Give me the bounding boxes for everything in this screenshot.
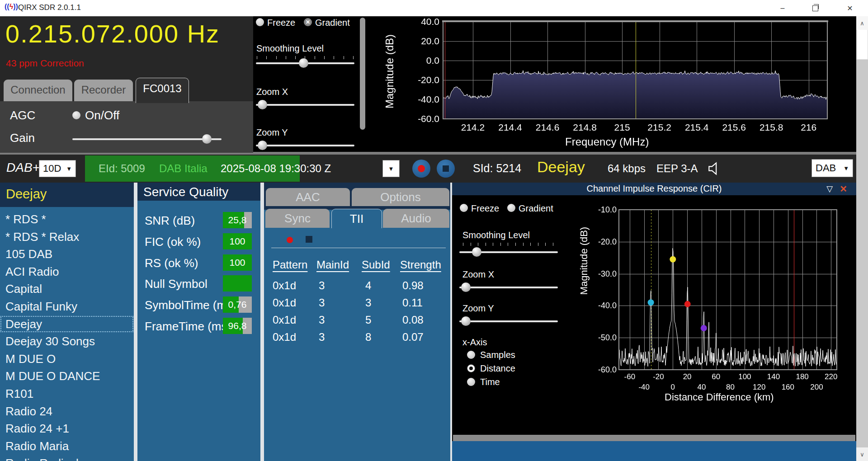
cir-zoomx-thumb[interactable] [461, 282, 471, 292]
tab-aac[interactable]: AAC [266, 188, 350, 206]
cir-xtick: 220 [817, 372, 844, 381]
chevron-down-icon: ∨ [860, 451, 864, 458]
spectrum-zoomx-thumb[interactable] [258, 100, 267, 109]
cir-xtick: 180 [789, 372, 816, 381]
tuner-tab-content: AGC On/Off Gain [0, 101, 253, 153]
list-item-service[interactable]: Radio Radicale [0, 455, 134, 461]
window-scrollbar[interactable]: ∧ ∨ [856, 16, 868, 461]
tab-audio[interactable]: Audio [383, 209, 449, 228]
agc-label: AGC [10, 108, 35, 122]
spectrum-smoothing-slider[interactable] [256, 62, 354, 64]
chevron-up-icon: ∧ [860, 20, 864, 27]
spectrum-zoomy-thumb[interactable] [258, 141, 267, 150]
cir-zoomy-thumb[interactable] [461, 316, 471, 326]
cir-xaxis-radio-samples[interactable] [467, 351, 475, 359]
list-item-service[interactable]: * RDS * Relax [0, 228, 134, 245]
quality-metric-bar: 0,76 [223, 296, 252, 313]
spectrum-zoomy-slider[interactable] [256, 145, 354, 146]
spectrum-gradient-checkbox[interactable] [304, 18, 312, 26]
tab-connection[interactable]: Connection [4, 80, 72, 103]
list-item-service[interactable]: Radio Maria [0, 437, 134, 455]
record-button[interactable] [412, 160, 430, 178]
chevron-down-icon: ▼ [66, 165, 72, 172]
spectrum-smoothing-thumb[interactable] [299, 58, 308, 68]
app-icon: ((ϟ)) [5, 3, 18, 11]
cir-xaxis-radio-time[interactable] [467, 378, 475, 386]
gain-slider[interactable] [72, 138, 222, 140]
service-protection: EEP 3-A [656, 162, 698, 175]
list-item-service[interactable]: M DUE O [0, 350, 134, 367]
list-item-service[interactable]: * RDS * [0, 211, 134, 228]
cir-xtick: -20 [645, 372, 672, 381]
tab-sync[interactable]: Sync [265, 209, 330, 228]
control-panel-scrollbar[interactable] [360, 18, 365, 130]
maximize-button[interactable] [801, 0, 829, 16]
tii-cell: 4 [365, 279, 371, 292]
list-item-service[interactable]: Capital [0, 280, 134, 297]
list-item-service[interactable]: 105 DAB [0, 245, 134, 263]
frequency-display[interactable]: 0.215.072.000 Hz [5, 19, 220, 48]
tii-cell: 3 [319, 296, 325, 309]
gain-slider-thumb[interactable] [202, 134, 212, 144]
list-item-service[interactable]: Deejay [0, 315, 134, 333]
channel-dropdown[interactable]: 10D ▼ [39, 160, 76, 177]
cir-smoothing-slider[interactable] [459, 251, 558, 253]
cir-smoothing-thumb[interactable] [472, 247, 481, 257]
tab-recorder[interactable]: Recorder [74, 80, 133, 103]
window-title: QIRX SDR 2.0.1.1 [18, 3, 81, 12]
list-item-service[interactable]: Radio 24 +1 [0, 420, 134, 437]
panel-divider[interactable] [134, 183, 137, 461]
cir-panel: Channel Impulse Response (CIR) ▽ ✕ Freez… [452, 183, 856, 461]
service-list-header: Deejay [0, 183, 134, 207]
service-bitrate: 64 kbps [608, 162, 646, 175]
tab-fc0013[interactable]: FC0013 [136, 78, 189, 103]
cir-zoomx-slider[interactable] [459, 287, 558, 288]
tii-column-header: SubId [362, 259, 390, 271]
tii-cell: 0.11 [402, 296, 423, 309]
cir-bottom-splitter[interactable] [453, 435, 855, 441]
cir-ytick: -40.0 [588, 301, 617, 310]
close-panel-icon[interactable]: ✕ [840, 183, 847, 194]
panel-divider[interactable] [260, 183, 264, 461]
spectrum-freeze-radio[interactable] [256, 18, 264, 26]
tab-tii[interactable]: TII [331, 209, 382, 228]
tii-cell: 0x1d [273, 314, 296, 326]
spectrum-zoomx-label: Zoom X [256, 87, 288, 97]
output-mode-dropdown[interactable]: DAB ▼ [811, 159, 853, 177]
spectrum-xtick: 215 [604, 122, 640, 133]
stop-button[interactable] [437, 160, 455, 178]
stop-icon [443, 165, 449, 172]
scroll-up-button[interactable]: ∧ [856, 16, 868, 30]
speaker-icon[interactable] [705, 160, 723, 179]
collapse-icon[interactable]: ▽ [826, 184, 833, 194]
list-item-service[interactable]: Capital Funky [0, 298, 134, 315]
tii-stop-indicator[interactable] [306, 236, 312, 243]
cir-zoomy-slider[interactable] [459, 320, 558, 322]
list-item-service[interactable]: ACI Radio [0, 263, 134, 280]
list-item-service[interactable]: R101 [0, 385, 134, 402]
cir-smoothing-ticks [463, 243, 553, 246]
ensemble-timestamp: 2025-08-08 19:30:30 Z [221, 162, 331, 175]
scroll-down-button[interactable]: ∨ [856, 447, 868, 461]
minimize-button[interactable]: – [769, 0, 797, 16]
cir-xtick: 160 [774, 383, 802, 392]
agc-radio[interactable] [72, 111, 80, 119]
cir-freeze-label: Freeze [471, 203, 499, 214]
service-quality-title: Service Quality [143, 185, 228, 199]
list-item-service[interactable]: M DUE O DANCE [0, 367, 134, 385]
tii-column-header: Strength [400, 259, 441, 271]
receiver-panel: 0.215.072.000 Hz 43 ppm Correction Conne… [0, 16, 253, 153]
expand-dropdown-button[interactable]: ▼ [382, 160, 400, 177]
cir-freeze-radio[interactable] [460, 204, 468, 212]
spectrum-zoomx-slider[interactable] [256, 104, 354, 106]
list-item-service[interactable]: Radio 24 [0, 403, 134, 420]
close-button[interactable]: ✕ [835, 0, 865, 16]
spectrum-ytick: -60.0 [407, 113, 439, 124]
minimize-icon: – [781, 4, 785, 12]
cir-xaxis-radio-distance[interactable] [467, 364, 475, 372]
list-item-service[interactable]: Deejay 30 Songs [0, 333, 134, 350]
cir-gradient-radio[interactable] [507, 204, 515, 212]
cir-xaxis-label: x-Axis [462, 337, 487, 348]
tii-cell: 0x1d [273, 331, 296, 343]
tab-options[interactable]: Options [352, 188, 449, 206]
